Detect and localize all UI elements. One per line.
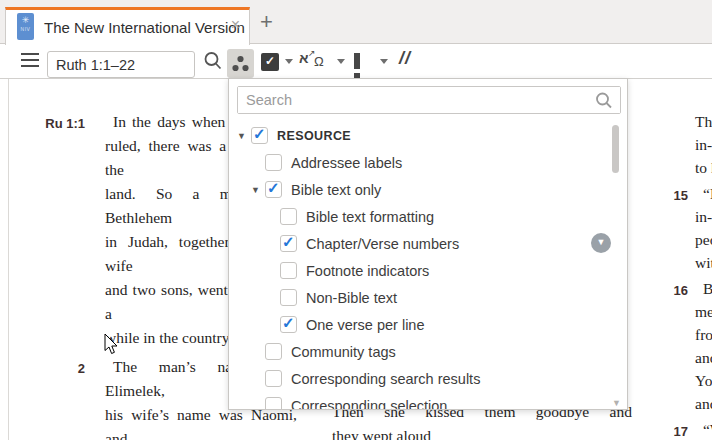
filter-search-input[interactable] <box>238 87 620 113</box>
parallel-passages-icon[interactable]: // <box>399 48 411 69</box>
filter-tree-item[interactable]: Bible text formatting <box>229 203 628 230</box>
tree-expand-icon[interactable]: ▼ <box>251 185 265 195</box>
filter-item-label: Footnote indicators <box>306 263 429 279</box>
item-options-button[interactable]: ▼ <box>591 233 611 253</box>
verse-text: But Ruth replied, “Don’t urgeme to leave… <box>695 277 712 415</box>
interlinear-icon[interactable]: א ↗ Ω <box>299 52 331 72</box>
filter-item-label: Non-Bible text <box>306 290 397 306</box>
checkbox-checked[interactable] <box>280 235 297 252</box>
scroll-down-icon[interactable]: ▼ <box>612 398 621 408</box>
filter-item-label: Bible text only <box>291 182 381 198</box>
tree-expand-icon[interactable]: ▼ <box>237 131 251 141</box>
verse-line: in-law goodbye, but Ruth clung <box>695 133 712 156</box>
verse-number: 17 <box>645 420 688 440</box>
filter-search-box <box>237 86 621 114</box>
filter-item-label: Chapter/Verse numbers <box>306 236 459 252</box>
visual-filters-dropdown: ▼RESOURCEAddressee labels▼Bible text onl… <box>228 78 628 410</box>
verse-number: 2 <box>30 357 85 381</box>
verse-line: Then Orpah kissed her mother- <box>695 110 712 133</box>
checkbox-menu-icon[interactable]: ✓ <box>261 53 279 71</box>
verse-line: in-law is going back to her <box>695 205 712 228</box>
chevron-down-icon[interactable] <box>337 59 345 68</box>
filter-tree-item[interactable]: ▼Bible text only <box>229 176 628 203</box>
filter-item-label: Corresponding selection <box>291 398 447 411</box>
resource-panel: ✳ NIV The New International Version × + … <box>0 0 712 440</box>
filter-tree-item[interactable]: Community tags <box>229 338 628 365</box>
verse-line: and where you stay I will stay. <box>695 346 712 369</box>
verse-line: from you. Where you go I will go, <box>695 323 712 346</box>
filter-item-label: RESOURCE <box>277 129 351 143</box>
filter-item-label: Corresponding search results <box>291 371 480 387</box>
filter-tree-item[interactable]: Chapter/Verse numbers▼ <box>229 230 628 257</box>
verse: Then Orpah kissed her mother-in-law good… <box>645 110 712 179</box>
verse-line: me to leave you or to turn back <box>695 300 712 323</box>
search-icon[interactable] <box>202 50 224 72</box>
chevron-down-icon[interactable] <box>380 59 388 68</box>
filter-tree-item[interactable]: One verse per line <box>229 311 628 338</box>
filter-item-label: Bible text formatting <box>306 209 434 225</box>
filter-tree-item[interactable]: Corresponding search results <box>229 365 628 392</box>
filter-item-label: One verse per line <box>306 317 424 333</box>
tab-bar: ✳ NIV The New International Version × + <box>0 0 712 44</box>
visual-filters-button[interactable] <box>227 49 254 78</box>
resource-cover-icon: ✳ NIV <box>17 13 34 40</box>
new-tab-button[interactable]: + <box>260 9 273 35</box>
resource-toolbar: ✓ א ↗ Ω // <box>0 44 712 79</box>
scrollbar-thumb[interactable] <box>612 125 619 173</box>
checkbox-unchecked[interactable] <box>265 370 282 387</box>
verse-number: Ru 1:1 <box>30 112 85 136</box>
verse-line: “Look,” said Naomi, “your sister- <box>695 182 712 205</box>
verse-line: with her.” <box>695 251 712 274</box>
verse-line: Your people will be my people <box>695 369 712 392</box>
checkbox-unchecked[interactable] <box>265 343 282 360</box>
filter-item-label: Addressee labels <box>291 155 402 171</box>
checkbox-unchecked[interactable] <box>280 262 297 279</box>
filter-tree-item[interactable]: Footnote indicators <box>229 257 628 284</box>
verse-line: and your God my God. <box>695 392 712 415</box>
tab-title: The New International Version <box>44 19 245 36</box>
filter-tree-item[interactable]: Corresponding selection <box>229 392 628 410</box>
verse-line: “Where you die I will die, and <box>695 418 712 440</box>
bible-text-column-3: Then Orpah kissed her mother-in-law good… <box>645 110 712 440</box>
mouse-cursor <box>104 334 124 356</box>
checkbox-checked[interactable] <box>251 127 268 144</box>
chevron-down-icon[interactable] <box>285 59 293 68</box>
panel-left-border <box>8 79 9 440</box>
verse-text: Then Orpah kissed her mother-in-law good… <box>695 110 712 179</box>
panel-menu-icon[interactable] <box>21 53 39 67</box>
close-tab-icon[interactable]: × <box>231 16 240 34</box>
verse-text: “Where you die I will die, and <box>695 418 712 440</box>
filter-tree-item[interactable]: Addressee labels <box>229 149 628 176</box>
checkbox-unchecked[interactable] <box>265 154 282 171</box>
verse: 17“Where you die I will die, and <box>645 418 712 440</box>
checkbox-unchecked[interactable] <box>280 208 297 225</box>
filter-tree-item[interactable]: Non-Bible text <box>229 284 628 311</box>
verse-line: to her. <box>695 156 712 179</box>
verse: 16But Ruth replied, “Don’t urgeme to lea… <box>645 277 712 415</box>
visual-filters-icon <box>227 49 254 78</box>
checkbox-unchecked[interactable] <box>280 289 297 306</box>
filter-tree: ▼RESOURCEAddressee labels▼Bible text onl… <box>229 122 628 410</box>
verse-line: they wept aloud <box>332 424 632 440</box>
verse-number: 16 <box>645 279 688 302</box>
checkbox-checked[interactable] <box>280 316 297 333</box>
tab-niv[interactable]: ✳ NIV The New International Version × <box>5 7 250 45</box>
filter-tree-item[interactable]: ▼RESOURCE <box>229 122 628 149</box>
columns-icon[interactable] <box>354 53 370 69</box>
checkbox-unchecked[interactable] <box>265 397 282 410</box>
search-icon <box>594 91 614 111</box>
checkbox-checked[interactable] <box>265 181 282 198</box>
verse-line: people and her gods. Go back <box>695 228 712 251</box>
verse-number: 15 <box>645 184 688 207</box>
filter-item-label: Community tags <box>291 344 396 360</box>
verse-text: “Look,” said Naomi, “your sister-in-law … <box>695 182 712 274</box>
reference-input[interactable] <box>47 51 195 78</box>
verse: 15“Look,” said Naomi, “your sister-in-la… <box>645 182 712 274</box>
verse-line: But Ruth replied, “Don’t urge <box>695 277 712 300</box>
